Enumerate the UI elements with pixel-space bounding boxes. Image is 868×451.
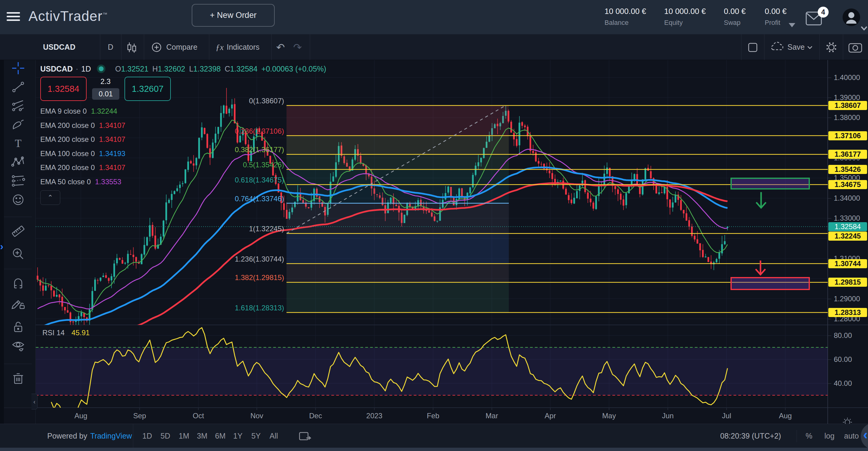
time-axis-label: Apr (545, 412, 556, 420)
point-value: 0.01 (92, 88, 119, 100)
fib-level-label: 0.236(1.37106) (193, 127, 284, 136)
rsi-legend: RSI 14 45.91 (42, 329, 90, 337)
indicator-row[interactable]: EMA 100 close 01.34193 (40, 149, 125, 158)
percent-scale-button[interactable]: % (806, 424, 812, 448)
bid-price-box[interactable]: 1.32584 (40, 77, 87, 101)
layout-button[interactable] (747, 34, 758, 60)
legend-symbol[interactable]: USDCAD (40, 64, 73, 73)
crosshair-tool[interactable] (11, 61, 26, 77)
fib-price-tag: 1.35426 (828, 165, 867, 174)
save-button[interactable]: Save (769, 34, 815, 60)
legend-collapse-button[interactable]: ⌃ (40, 190, 60, 205)
menu-icon[interactable] (7, 12, 20, 22)
fib-level-label: 1.618(1.28313) (193, 304, 284, 312)
fib-price-tag: 1.36177 (828, 150, 867, 159)
fib-price-tag: 1.32245 (828, 231, 867, 241)
app-logo: ActivTrader™ (28, 8, 107, 24)
gear-icon (825, 40, 838, 54)
timeframe-3M[interactable]: 3M (197, 424, 208, 448)
price-axis-label: 1.39000 (834, 93, 860, 102)
tradingview-link[interactable]: TradingView (90, 431, 132, 441)
redo-button[interactable]: ↷ (293, 34, 302, 60)
fib-price-tag: 1.29815 (828, 278, 867, 287)
fib-level-label: 0.618(1.34675) (193, 176, 284, 184)
pattern-tool[interactable] (11, 155, 26, 171)
legend-separator: · (76, 64, 78, 73)
legend-interval[interactable]: 1D (81, 64, 91, 73)
direction-arrow (756, 192, 766, 208)
timeframe-1Y[interactable]: 1Y (233, 424, 243, 448)
avatar-caret-icon (861, 27, 867, 30)
fib-level-label: 1.236(1.30744) (193, 255, 284, 263)
price-axis-label: 1.29000 (834, 294, 860, 303)
lock-all-tool[interactable] (11, 319, 26, 335)
indicator-row[interactable]: EMA 200 close 01.34107 (40, 163, 125, 172)
left-expand-icon[interactable]: › (0, 241, 3, 252)
brush-tool[interactable] (11, 117, 26, 133)
current-price-tag: 1.32584 (828, 222, 867, 231)
symbol-button[interactable]: USDCAD (43, 34, 75, 60)
time-axis-label: Aug (779, 412, 792, 420)
settings-button[interactable] (825, 34, 838, 60)
text-tool[interactable]: T (11, 136, 26, 152)
fib-level-label: 1(1.32245) (193, 225, 284, 233)
ask-price-box[interactable]: 1.32607 (124, 77, 171, 101)
zoom-in-tool[interactable] (11, 246, 26, 262)
direction-arrow (756, 260, 765, 274)
save-caret-icon (805, 40, 815, 54)
magnet-tool[interactable] (11, 276, 26, 291)
time-axis-label: Oct (193, 412, 204, 420)
chart-legend: USDCAD · 1D O1.32521 H1.32602 L1.32398 C… (40, 64, 326, 74)
indicators-button[interactable]: ƒxIndicators (216, 34, 259, 60)
indicator-row[interactable]: EMA 9 close 01.32244 (40, 107, 117, 115)
timeframe-6M[interactable]: 6M (215, 424, 226, 448)
price-axis-label: 1.38000 (834, 113, 860, 122)
indicator-row[interactable]: EMA 50 close 01.33553 (40, 178, 121, 186)
market-status-icon[interactable] (95, 64, 107, 74)
screenshot-button[interactable] (848, 34, 863, 60)
compare-button[interactable]: Compare (150, 34, 197, 60)
forecast-tool[interactable] (11, 174, 26, 190)
hide-all-tool[interactable] (11, 339, 26, 354)
profit-caret-icon[interactable] (786, 21, 798, 28)
timeframe-5Y[interactable]: 5Y (251, 424, 261, 448)
draw-lock-tool[interactable] (11, 296, 26, 312)
log-scale-button[interactable]: log (825, 424, 834, 448)
price-axis[interactable]: 1.400001.390001.380001.360001.350001.340… (828, 60, 868, 424)
auto-scale-button[interactable]: auto (844, 424, 859, 448)
layout-icon (747, 40, 758, 54)
go-to-date-button[interactable] (298, 424, 312, 448)
timeframe-All[interactable]: All (270, 424, 278, 448)
timeframe-5D[interactable]: 5D (160, 424, 170, 448)
indicator-row[interactable]: EMA 200 close 01.34107 (40, 135, 125, 144)
time-axis-label: Jul (722, 412, 732, 420)
top-bar: ActivTrader™ + New Order 10 000.00 €Bala… (0, 0, 868, 34)
compare-plus-icon (150, 40, 163, 54)
time-axis-label: Sep (133, 412, 146, 420)
rsi-axis-label: 40.00 (834, 379, 852, 388)
indicator-row[interactable]: EMA 200 close 01.34107 (40, 121, 125, 130)
undo-button[interactable]: ↶ (276, 34, 285, 60)
ruler-tool[interactable] (11, 224, 26, 240)
new-order-button[interactable]: + New Order (192, 4, 275, 27)
emoji-tool[interactable] (11, 193, 26, 208)
time-axis-label: Mar (486, 412, 498, 420)
avatar[interactable] (842, 8, 868, 32)
fib-price-tag: 1.30744 (828, 259, 867, 268)
timeframe-1D[interactable]: 1D (142, 424, 152, 448)
interval-button[interactable]: D (108, 34, 113, 60)
fib-price-tag: 1.34675 (828, 180, 867, 189)
fib-level-label: 0.764(1.33746) (193, 195, 284, 203)
mail-badge: 4 (818, 7, 829, 18)
price-axis-label: 1.34000 (834, 194, 860, 202)
pitchfork-tool[interactable] (11, 98, 26, 114)
chart-style-button[interactable] (126, 34, 138, 60)
camera-icon (848, 40, 863, 54)
delete-tool[interactable] (11, 371, 26, 387)
timeframe-1M[interactable]: 1M (179, 424, 189, 448)
svg-text:T: T (15, 137, 22, 149)
candles-icon (126, 40, 138, 54)
fib-level-label: 0(1.38607) (193, 97, 284, 105)
sidebar-collapse-tab[interactable]: ‹ (31, 394, 37, 410)
trend-line-tool[interactable] (11, 80, 26, 95)
